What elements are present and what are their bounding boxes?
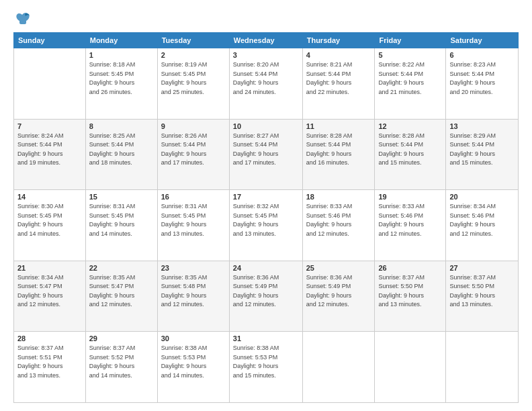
day-number: 17 [233, 193, 299, 201]
day-number: 3 [233, 51, 299, 59]
calendar-cell: 22Sunrise: 8:35 AM Sunset: 5:47 PM Dayli… [85, 261, 157, 332]
calendar-cell: 3Sunrise: 8:20 AM Sunset: 5:44 PM Daylig… [229, 48, 302, 120]
week-row-2: 14Sunrise: 8:30 AM Sunset: 5:45 PM Dayli… [14, 190, 519, 261]
col-saturday: Saturday [446, 33, 519, 48]
day-info: Sunrise: 8:32 AM Sunset: 5:45 PM Dayligh… [233, 202, 299, 238]
col-sunday: Sunday [14, 33, 86, 48]
calendar-cell: 29Sunrise: 8:37 AM Sunset: 5:52 PM Dayli… [85, 332, 157, 403]
calendar-cell: 5Sunrise: 8:22 AM Sunset: 5:44 PM Daylig… [375, 48, 446, 120]
day-info: Sunrise: 8:23 AM Sunset: 5:44 PM Dayligh… [449, 60, 515, 97]
header [13, 12, 519, 26]
page: Sunday Monday Tuesday Wednesday Thursday… [0, 0, 532, 411]
logo-bird-icon [15, 12, 30, 26]
day-info: Sunrise: 8:24 AM Sunset: 5:44 PM Dayligh… [17, 132, 82, 168]
day-number: 11 [306, 122, 371, 130]
week-row-0: 1Sunrise: 8:18 AM Sunset: 5:45 PM Daylig… [14, 48, 519, 120]
calendar-cell: 8Sunrise: 8:25 AM Sunset: 5:44 PM Daylig… [85, 119, 157, 190]
calendar-cell: 6Sunrise: 8:23 AM Sunset: 5:44 PM Daylig… [446, 48, 519, 120]
day-info: Sunrise: 8:38 AM Sunset: 5:53 PM Dayligh… [233, 344, 299, 380]
week-row-3: 21Sunrise: 8:34 AM Sunset: 5:47 PM Dayli… [14, 261, 519, 332]
day-info: Sunrise: 8:34 AM Sunset: 5:46 PM Dayligh… [449, 202, 515, 238]
day-number: 29 [89, 334, 154, 342]
day-number: 22 [89, 264, 154, 272]
day-info: Sunrise: 8:36 AM Sunset: 5:49 PM Dayligh… [306, 273, 371, 310]
calendar-cell [14, 48, 86, 120]
day-number: 7 [17, 122, 82, 130]
day-info: Sunrise: 8:31 AM Sunset: 5:45 PM Dayligh… [161, 202, 226, 238]
day-number: 26 [378, 264, 442, 272]
day-info: Sunrise: 8:20 AM Sunset: 5:44 PM Dayligh… [233, 60, 299, 97]
day-number: 21 [17, 264, 82, 272]
day-info: Sunrise: 8:18 AM Sunset: 5:45 PM Dayligh… [89, 60, 154, 97]
day-info: Sunrise: 8:29 AM Sunset: 5:44 PM Dayligh… [449, 132, 515, 168]
day-info: Sunrise: 8:28 AM Sunset: 5:44 PM Dayligh… [378, 132, 442, 168]
day-info: Sunrise: 8:35 AM Sunset: 5:47 PM Dayligh… [89, 273, 154, 310]
day-number: 23 [161, 264, 226, 272]
calendar-cell: 11Sunrise: 8:28 AM Sunset: 5:44 PM Dayli… [302, 119, 375, 190]
calendar-cell: 24Sunrise: 8:36 AM Sunset: 5:49 PM Dayli… [229, 261, 302, 332]
col-friday: Friday [375, 33, 446, 48]
calendar-cell: 13Sunrise: 8:29 AM Sunset: 5:44 PM Dayli… [446, 119, 519, 190]
calendar-cell: 28Sunrise: 8:37 AM Sunset: 5:51 PM Dayli… [14, 332, 86, 403]
calendar-cell: 25Sunrise: 8:36 AM Sunset: 5:49 PM Dayli… [302, 261, 375, 332]
day-info: Sunrise: 8:21 AM Sunset: 5:44 PM Dayligh… [306, 60, 371, 97]
day-number: 14 [17, 193, 82, 201]
day-info: Sunrise: 8:28 AM Sunset: 5:44 PM Dayligh… [306, 132, 371, 168]
day-number: 16 [161, 193, 226, 201]
calendar-table: Sunday Monday Tuesday Wednesday Thursday… [13, 32, 519, 403]
col-thursday: Thursday [302, 33, 375, 48]
col-monday: Monday [85, 33, 157, 48]
calendar-cell: 15Sunrise: 8:31 AM Sunset: 5:45 PM Dayli… [85, 190, 157, 261]
day-info: Sunrise: 8:33 AM Sunset: 5:46 PM Dayligh… [306, 202, 371, 238]
calendar-cell [446, 332, 519, 403]
day-info: Sunrise: 8:27 AM Sunset: 5:44 PM Dayligh… [233, 132, 299, 168]
day-info: Sunrise: 8:33 AM Sunset: 5:46 PM Dayligh… [378, 202, 442, 238]
day-info: Sunrise: 8:37 AM Sunset: 5:50 PM Dayligh… [378, 273, 442, 310]
day-number: 10 [233, 122, 299, 130]
calendar-cell: 1Sunrise: 8:18 AM Sunset: 5:45 PM Daylig… [85, 48, 157, 120]
day-info: Sunrise: 8:25 AM Sunset: 5:44 PM Dayligh… [89, 132, 154, 168]
day-info: Sunrise: 8:35 AM Sunset: 5:48 PM Dayligh… [161, 273, 226, 310]
calendar-cell: 18Sunrise: 8:33 AM Sunset: 5:46 PM Dayli… [302, 190, 375, 261]
day-number: 9 [161, 122, 226, 130]
day-number: 5 [378, 51, 442, 59]
calendar-cell: 4Sunrise: 8:21 AM Sunset: 5:44 PM Daylig… [302, 48, 375, 120]
day-info: Sunrise: 8:36 AM Sunset: 5:49 PM Dayligh… [233, 273, 299, 310]
calendar-cell: 23Sunrise: 8:35 AM Sunset: 5:48 PM Dayli… [157, 261, 229, 332]
day-number: 31 [233, 334, 299, 342]
calendar-cell: 9Sunrise: 8:26 AM Sunset: 5:44 PM Daylig… [157, 119, 229, 190]
day-number: 4 [306, 51, 371, 59]
calendar-cell: 10Sunrise: 8:27 AM Sunset: 5:44 PM Dayli… [229, 119, 302, 190]
calendar-cell: 12Sunrise: 8:28 AM Sunset: 5:44 PM Dayli… [375, 119, 446, 190]
day-info: Sunrise: 8:34 AM Sunset: 5:47 PM Dayligh… [17, 273, 82, 310]
day-info: Sunrise: 8:38 AM Sunset: 5:53 PM Dayligh… [161, 344, 226, 380]
day-number: 15 [89, 193, 154, 201]
day-info: Sunrise: 8:19 AM Sunset: 5:45 PM Dayligh… [161, 60, 226, 97]
col-wednesday: Wednesday [229, 33, 302, 48]
calendar-cell: 7Sunrise: 8:24 AM Sunset: 5:44 PM Daylig… [14, 119, 86, 190]
day-info: Sunrise: 8:30 AM Sunset: 5:45 PM Dayligh… [17, 202, 82, 238]
day-number: 12 [378, 122, 442, 130]
col-tuesday: Tuesday [157, 33, 229, 48]
calendar-cell: 26Sunrise: 8:37 AM Sunset: 5:50 PM Dayli… [375, 261, 446, 332]
day-info: Sunrise: 8:22 AM Sunset: 5:44 PM Dayligh… [378, 60, 442, 97]
day-number: 2 [161, 51, 226, 59]
day-number: 6 [449, 51, 515, 59]
day-number: 8 [89, 122, 154, 130]
calendar-cell: 31Sunrise: 8:38 AM Sunset: 5:53 PM Dayli… [229, 332, 302, 403]
calendar-cell: 17Sunrise: 8:32 AM Sunset: 5:45 PM Dayli… [229, 190, 302, 261]
day-info: Sunrise: 8:37 AM Sunset: 5:51 PM Dayligh… [17, 344, 82, 380]
day-info: Sunrise: 8:37 AM Sunset: 5:50 PM Dayligh… [449, 273, 515, 310]
day-number: 28 [17, 334, 82, 342]
day-info: Sunrise: 8:31 AM Sunset: 5:45 PM Dayligh… [89, 202, 154, 238]
calendar-cell: 2Sunrise: 8:19 AM Sunset: 5:45 PM Daylig… [157, 48, 229, 120]
day-number: 25 [306, 264, 371, 272]
day-number: 1 [89, 51, 154, 59]
calendar-cell: 20Sunrise: 8:34 AM Sunset: 5:46 PM Dayli… [446, 190, 519, 261]
day-number: 27 [449, 264, 515, 272]
calendar-cell [375, 332, 446, 403]
day-info: Sunrise: 8:26 AM Sunset: 5:44 PM Dayligh… [161, 132, 226, 168]
week-row-4: 28Sunrise: 8:37 AM Sunset: 5:51 PM Dayli… [14, 332, 519, 403]
day-number: 18 [306, 193, 371, 201]
header-row: Sunday Monday Tuesday Wednesday Thursday… [14, 33, 519, 48]
